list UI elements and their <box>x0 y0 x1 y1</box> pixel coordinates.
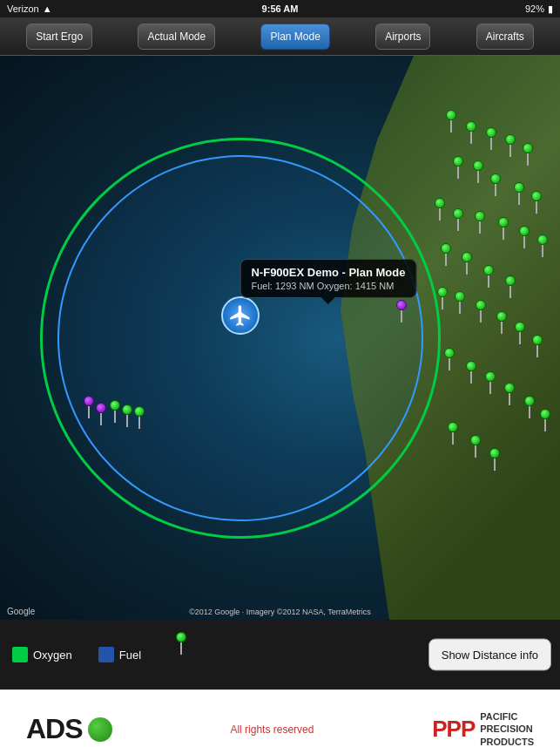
airport-pin[interactable] <box>489 448 500 471</box>
airport-pin[interactable] <box>505 134 516 157</box>
airport-pin-hawaii[interactable] <box>84 396 94 418</box>
pacific-label: PACIFIC <box>480 710 534 723</box>
pin-stick <box>475 445 476 458</box>
pin-stick <box>457 166 459 179</box>
google-logo: Google <box>7 607 35 616</box>
oxygen-color-box <box>12 647 28 662</box>
airport-pin[interactable] <box>524 396 535 418</box>
pin-stick <box>477 171 479 183</box>
airport-pin[interactable] <box>531 191 542 214</box>
airport-pin[interactable] <box>437 287 448 309</box>
pin-stick <box>518 193 520 205</box>
ads-globe-icon <box>88 717 112 742</box>
fuel-legend: Fuel <box>98 647 141 662</box>
airport-pin[interactable] <box>485 371 496 394</box>
pin-stick <box>488 275 489 288</box>
plan-mode-button[interactable]: Plan Mode <box>260 24 329 50</box>
airport-pin[interactable] <box>523 143 533 166</box>
pin-ball <box>486 127 496 138</box>
airport-pin[interactable] <box>444 348 455 370</box>
airport-pin[interactable] <box>466 121 476 144</box>
pin-stick <box>88 406 90 418</box>
airport-pin-hawaii[interactable] <box>122 404 132 427</box>
toolbar: Start Ergo Actual Mode Plan Mode Airport… <box>0 17 560 56</box>
pin-stick <box>449 358 450 370</box>
airport-pin-hawaii[interactable] <box>110 400 120 423</box>
pin-ball <box>448 422 458 432</box>
airport-pin-purple[interactable] <box>396 300 407 323</box>
pin-ball <box>110 400 120 411</box>
airport-pin[interactable] <box>498 217 509 240</box>
airport-pin[interactable] <box>519 226 530 248</box>
airport-pin[interactable] <box>441 243 451 266</box>
oxygen-label: Oxygen <box>33 649 72 662</box>
products-label: PRODUCTS <box>480 736 534 747</box>
footer-logo-ads: ADS <box>26 713 112 745</box>
pin-ball <box>489 448 500 458</box>
pin-stick <box>439 208 441 221</box>
footer-logo-ppp: PPP PACIFIC PRECISION PRODUCTS <box>432 710 534 747</box>
pin-ball <box>444 348 455 358</box>
airport-pin[interactable] <box>483 265 494 288</box>
actual-mode-button[interactable]: Actual Mode <box>138 24 215 50</box>
pin-stick <box>479 221 481 234</box>
pin-stick <box>536 345 538 357</box>
status-bar: Verizon ▲ 9:56 AM 92% ▮ <box>0 0 560 17</box>
airport-pin-hawaii[interactable] <box>96 403 106 425</box>
pin-stick <box>495 184 496 196</box>
pin-ball <box>462 252 472 262</box>
airport-pin-hawaii[interactable] <box>134 406 145 429</box>
pin-ball <box>505 134 516 145</box>
aircrafts-button[interactable]: Aircrafts <box>476 24 534 50</box>
pin-ball <box>515 322 525 332</box>
airport-pin[interactable] <box>505 275 516 298</box>
airport-pin[interactable] <box>504 383 515 405</box>
airport-pin[interactable] <box>532 335 543 357</box>
airport-pin[interactable] <box>446 110 456 132</box>
airport-pin[interactable] <box>453 208 463 231</box>
pin-ball <box>476 300 486 310</box>
map-credit: ©2012 Google · Imagery ©2012 NASA, Terra… <box>189 608 371 616</box>
airport-pin[interactable] <box>448 422 458 445</box>
airports-button[interactable]: Airports <box>375 24 430 50</box>
airport-pin[interactable] <box>515 322 525 344</box>
ads-text: ADS <box>26 713 83 745</box>
airport-pin[interactable] <box>435 198 445 221</box>
legend-pin-3 <box>176 632 186 655</box>
airport-pin[interactable] <box>490 173 501 196</box>
pin-ball <box>470 435 481 445</box>
airport-pin[interactable] <box>537 234 548 257</box>
start-ergo-button[interactable]: Start Ergo <box>26 24 92 50</box>
airport-pin[interactable] <box>453 156 463 179</box>
pin-stick <box>138 417 140 429</box>
airport-pin[interactable] <box>486 127 496 150</box>
legend-bar: Oxygen Fuel Show Distance info <box>0 620 560 689</box>
pacific-precision-text: PACIFIC PRECISION PRODUCTS <box>480 710 534 747</box>
show-distance-button[interactable]: Show Distance info <box>428 639 551 671</box>
status-right: 92% ▮ <box>525 3 553 15</box>
aircraft-svg-icon <box>228 303 253 328</box>
pin-ball <box>453 156 463 166</box>
airport-pin[interactable] <box>514 182 524 205</box>
airport-pin[interactable] <box>540 409 550 431</box>
airport-pin[interactable] <box>455 291 465 314</box>
airport-pin[interactable] <box>470 435 481 458</box>
precision-label: PRECISION <box>480 723 534 735</box>
map-container[interactable]: N-F900EX Demo - Plan Mode Fuel: 1293 NM … <box>0 56 560 620</box>
pin-stick <box>457 219 459 231</box>
pin-stick <box>494 458 496 471</box>
airport-pin[interactable] <box>473 160 483 183</box>
airport-pin[interactable] <box>476 300 486 323</box>
pin-ball <box>437 287 448 297</box>
pin-ball <box>466 361 476 371</box>
pin-stick <box>509 393 510 405</box>
aircraft-marker[interactable] <box>221 296 260 335</box>
wifi-icon: ▲ <box>43 3 52 14</box>
airport-pin[interactable] <box>475 211 485 234</box>
airport-pin[interactable] <box>466 361 476 384</box>
pin-ball <box>475 211 485 221</box>
airport-pin[interactable] <box>496 311 507 334</box>
pin-ball <box>514 182 524 193</box>
airport-pin[interactable] <box>462 252 472 275</box>
pin-ball <box>532 335 543 345</box>
